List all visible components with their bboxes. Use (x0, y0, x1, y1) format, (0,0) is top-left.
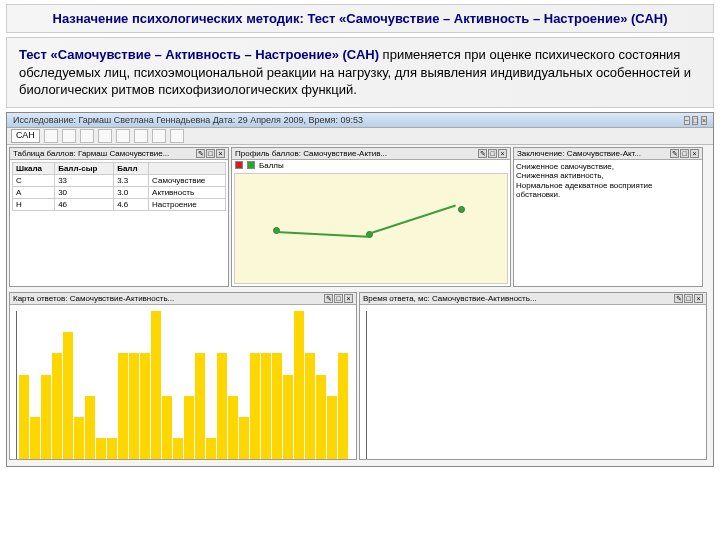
desc-lead: Тест «Самочувствие – Активность – Настро… (19, 47, 379, 62)
bar (140, 353, 150, 458)
panel-title-text: Время ответа, мс: Самочувствие-Активност… (363, 294, 537, 303)
panel-summary: Заключение: Самочувствие-Акт... ✎ □ × Сн… (513, 147, 703, 287)
panel-score-table: Таблица баллов: Гармаш Самочувствие... ✎… (9, 147, 229, 287)
bar (283, 375, 293, 459)
bar (217, 353, 227, 458)
toolbar-button[interactable] (170, 129, 184, 143)
table-row[interactable]: Н 46 4.6 Настроение (13, 198, 226, 210)
window-controls: − □ × (684, 115, 707, 125)
panels-container: Таблица баллов: Гармаш Самочувствие... ✎… (7, 145, 713, 465)
bar (41, 375, 51, 459)
panel-close-icon[interactable]: × (498, 149, 507, 158)
bar (272, 353, 282, 458)
panel-profile-chart: Профиль баллов: Самочувствие-Актив... ✎ … (231, 147, 511, 287)
panel-edit-icon[interactable]: ✎ (674, 294, 683, 303)
panel-title-text: Таблица баллов: Гармаш Самочувствие... (13, 149, 169, 158)
bar (85, 396, 95, 459)
bar (261, 353, 271, 458)
description-block: Тест «Самочувствие – Активность – Настро… (6, 37, 714, 108)
bar (30, 417, 40, 459)
col-header: Балл (114, 162, 149, 174)
panel-edit-icon[interactable]: ✎ (478, 149, 487, 158)
toolbar-button[interactable] (152, 129, 166, 143)
toolbar: САН (7, 128, 713, 145)
bar (129, 353, 139, 458)
panel-close-icon[interactable]: × (690, 149, 699, 158)
panel-close-icon[interactable]: × (344, 294, 353, 303)
toolbar-button[interactable] (116, 129, 130, 143)
summary-line: Сниженная активность, (516, 171, 700, 181)
minimize-icon[interactable]: − (684, 116, 690, 125)
bar (228, 396, 238, 459)
panel-max-icon[interactable]: □ (488, 149, 497, 158)
legend-swatch-green (247, 161, 255, 169)
tab-san[interactable]: САН (11, 129, 40, 143)
bar (239, 417, 249, 459)
panel-title-text: Карта ответов: Самочувствие-Активность..… (13, 294, 174, 303)
bar (74, 417, 84, 459)
panel-close-icon[interactable]: × (694, 294, 703, 303)
bar (195, 353, 205, 458)
bar (294, 311, 304, 459)
window-titlebar: Исследование: Гармаш Светлана Геннадьевн… (7, 113, 713, 128)
bar (96, 438, 106, 458)
close-icon[interactable]: × (701, 116, 707, 125)
panel-max-icon[interactable]: □ (680, 149, 689, 158)
score-table: Шкала Балл-сыр Балл С 33 3.3 Самочувстви… (12, 162, 226, 211)
panel-max-icon[interactable]: □ (206, 149, 215, 158)
toolbar-button[interactable] (134, 129, 148, 143)
toolbar-button[interactable] (80, 129, 94, 143)
bar (184, 396, 194, 459)
line-segment (276, 231, 368, 237)
app-window: Исследование: Гармаш Светлана Геннадьевн… (6, 112, 714, 467)
window-title: Исследование: Гармаш Светлана Геннадьевн… (13, 115, 363, 125)
table-row[interactable]: А 30 3.0 Активность (13, 186, 226, 198)
bar (250, 353, 260, 458)
bar (206, 438, 216, 458)
bar (305, 353, 315, 458)
line-segment (368, 205, 456, 235)
bar (338, 353, 348, 458)
toolbar-button[interactable] (62, 129, 76, 143)
panel-edit-icon[interactable]: ✎ (196, 149, 205, 158)
panel-edit-icon[interactable]: ✎ (324, 294, 333, 303)
bar (327, 396, 337, 459)
bar (107, 438, 117, 458)
legend-swatch-red (235, 161, 243, 169)
panel-title-text: Заключение: Самочувствие-Акт... (517, 149, 641, 158)
answer-bars: 7 4 0 (16, 311, 350, 459)
toolbar-button[interactable] (98, 129, 112, 143)
table-header-row: Шкала Балл-сыр Балл (13, 162, 226, 174)
panel-answer-map: Карта ответов: Самочувствие-Активность..… (9, 292, 357, 460)
panel-max-icon[interactable]: □ (334, 294, 343, 303)
summary-line: Нормальное адекватное восприятие (516, 181, 700, 191)
toolbar-button[interactable] (44, 129, 58, 143)
table-row[interactable]: С 33 3.3 Самочувствие (13, 174, 226, 186)
bar (173, 438, 183, 458)
title-text: Назначение психологических методик: Тест… (53, 11, 668, 26)
panel-close-icon[interactable]: × (216, 149, 225, 158)
summary-text: Сниженное самочувствие, Сниженная активн… (514, 160, 702, 286)
bar (316, 375, 326, 459)
panel-edit-icon[interactable]: ✎ (670, 149, 679, 158)
panel-response-time: Время ответа, мс: Самочувствие-Активност… (359, 292, 707, 460)
bar (151, 311, 161, 459)
maximize-icon[interactable]: □ (692, 116, 698, 125)
legend-label: Баллы (259, 161, 284, 170)
bar (118, 353, 128, 458)
bar (162, 396, 172, 459)
bar (63, 332, 73, 459)
col-header: Балл-сыр (55, 162, 114, 174)
bar (52, 353, 62, 458)
summary-line: Сниженное самочувствие, (516, 162, 700, 172)
data-point (458, 206, 465, 213)
page-title: Назначение психологических методик: Тест… (6, 4, 714, 33)
time-bars: 30000 23400 13800 0 (366, 311, 700, 459)
panel-max-icon[interactable]: □ (684, 294, 693, 303)
col-header: Шкала (13, 162, 55, 174)
profile-plot-area: С А Н (234, 173, 508, 284)
profile-legend: Баллы (232, 160, 510, 171)
panel-title-text: Профиль баллов: Самочувствие-Актив... (235, 149, 387, 158)
col-header (149, 162, 226, 174)
bar (19, 375, 29, 459)
